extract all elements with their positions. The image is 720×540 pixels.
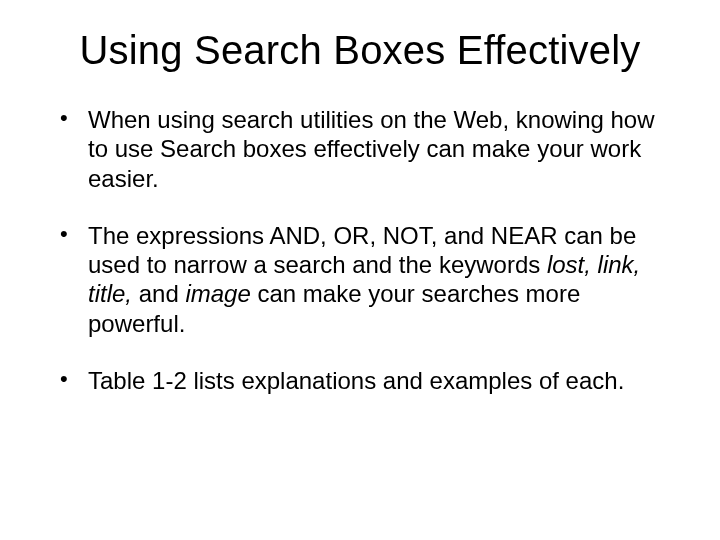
bullet-item-3: Table 1-2 lists explanations and example… xyxy=(60,366,680,395)
bullet-list: When using search utilities on the Web, … xyxy=(60,105,680,395)
italic-text: image xyxy=(185,280,257,307)
bullet-text: Table 1-2 lists explanations and example… xyxy=(88,367,624,394)
bullet-item-2: The expressions AND, OR, NOT, and NEAR c… xyxy=(60,221,680,338)
slide-title: Using Search Boxes Effectively xyxy=(40,28,680,73)
bullet-item-1: When using search utilities on the Web, … xyxy=(60,105,680,193)
slide-container: Using Search Boxes Effectively When usin… xyxy=(0,0,720,540)
bullet-text-part: and xyxy=(139,280,186,307)
bullet-text: When using search utilities on the Web, … xyxy=(88,106,655,192)
